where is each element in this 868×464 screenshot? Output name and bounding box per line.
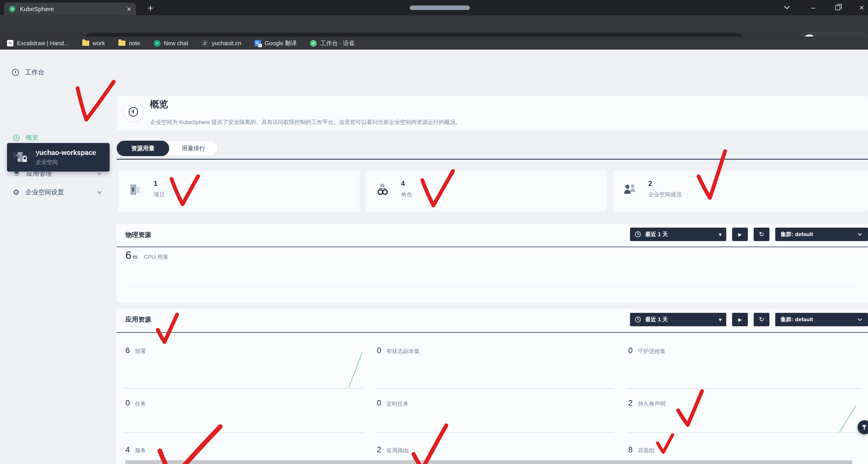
tabs-underline xyxy=(117,159,868,160)
cluster-dropdown[interactable]: 集群: default xyxy=(775,228,868,241)
play-button[interactable]: ▶ xyxy=(732,313,748,326)
cpu-label: CPU 用量 xyxy=(144,253,168,261)
chevron-down-icon xyxy=(96,170,103,177)
projects-icon xyxy=(13,152,20,159)
chevron-down-icon xyxy=(857,231,863,237)
header-divider xyxy=(358,135,868,135)
bookmark-excalidraw[interactable]: ✎ Excalidraw | Hand... xyxy=(7,40,69,47)
yuchaoit-icon xyxy=(202,40,208,47)
bookmark-yuchaoit[interactable]: yuchaoit.cn xyxy=(202,40,241,47)
refresh-icon: ↻ xyxy=(759,316,764,323)
workbench-gauge-icon xyxy=(12,68,19,76)
browser-tabstrip: KubeSphere × + – × xyxy=(0,0,868,15)
browser-tab-kubesphere[interactable]: KubeSphere × xyxy=(4,3,136,15)
google-translate-icon: G 文 xyxy=(255,40,261,47)
time-range-dropdown[interactable]: 最近 1 天 ▾ xyxy=(630,313,726,326)
window-close-button[interactable]: × xyxy=(855,2,868,13)
cpu-unit: m xyxy=(133,254,138,260)
stat-value: 1 xyxy=(154,180,157,187)
metric-baseline xyxy=(124,388,363,389)
stat-card-members: 2 企业空间成员 xyxy=(613,170,868,211)
page-description: 企业空间为 KubeSphere 提供了安全隔离的、具有访问权限控制的工作平台。… xyxy=(150,118,461,126)
play-icon: ▶ xyxy=(738,232,742,237)
app-management-icon xyxy=(13,170,21,177)
stat-value: 4 xyxy=(401,180,405,187)
workspace-name: yuchao-workspace xyxy=(36,149,96,157)
cpu-chart-baseline xyxy=(121,288,861,288)
metric-baseline xyxy=(124,433,363,433)
sidebar-item-overview[interactable]: 概览 xyxy=(13,133,38,142)
members-stat-icon xyxy=(623,183,637,197)
kubesphere-app: 工作台 yuchao-workspace 企业空间 概览 xyxy=(0,50,868,464)
time-range-dropdown[interactable]: 最近 1 天 ▾ xyxy=(630,228,726,241)
refresh-button[interactable]: ↻ xyxy=(754,313,769,326)
refresh-button[interactable]: ↻ xyxy=(754,228,769,241)
chevron-down-icon xyxy=(857,317,863,322)
play-icon: ▶ xyxy=(738,317,742,322)
page-title: 概览 xyxy=(150,98,168,110)
projects-stat-icon xyxy=(128,183,142,197)
stat-label: 项目 xyxy=(154,191,165,198)
screenshot-root: KubeSphere × + – × ← → ↻ ⌂ ⚠ 不安全 | 10.0.… xyxy=(0,0,868,464)
stat-label: 角色 xyxy=(401,191,412,198)
cluster-dropdown[interactable]: 集群: default xyxy=(775,313,868,326)
caret-down-icon: ▾ xyxy=(719,231,721,238)
horizontal-scrollbar[interactable] xyxy=(125,460,852,464)
metric-baseline xyxy=(627,433,862,433)
workspace-type: 企业空间 xyxy=(36,158,96,166)
browser-toolbar: ← → ↻ ⌂ ⚠ 不安全 | 10.0.0.80:30880/workspac… xyxy=(0,15,868,36)
window-restore-button[interactable] xyxy=(831,2,844,13)
bookmark-folder-work[interactable]: work xyxy=(82,40,105,47)
bookmark-new-chat[interactable]: ✳ New chat xyxy=(154,40,188,47)
bookmark-google-translate[interactable]: G 文 Google 翻译 xyxy=(255,39,297,47)
chevron-down-icon xyxy=(96,189,103,196)
sidebar-item-workspace-settings[interactable]: ⚙ 企业空间设置 xyxy=(13,188,64,197)
application-resources-section: 应用资源 最近 1 天 ▾ ▶ ↻ 集群: default 6部署 xyxy=(117,309,868,464)
kubesphere-favicon xyxy=(9,5,16,12)
caret-down-icon: ▾ xyxy=(719,316,721,323)
stat-value: 2 xyxy=(648,180,652,187)
excalidraw-icon: ✎ xyxy=(7,40,13,47)
tab-title: KubeSphere xyxy=(20,5,123,12)
window-minimize-button[interactable]: – xyxy=(807,2,819,13)
usage-tabs: 资源用量 用量排行 xyxy=(117,141,218,156)
play-button[interactable]: ▶ xyxy=(732,228,748,241)
roles-stat-icon xyxy=(375,183,390,197)
section-rule xyxy=(117,246,868,247)
metric-services: 4服务 xyxy=(125,445,146,454)
bookmark-yuque[interactable]: 工作台 · 语雀 xyxy=(310,39,355,47)
gear-icon: ⚙ xyxy=(13,188,20,196)
sidebar-item-app-management[interactable]: 应用管理 xyxy=(13,169,52,178)
metric-statefulsets: 0有状态副本集 xyxy=(377,346,420,355)
metric-baseline xyxy=(375,388,615,389)
bookmarks-bar: ✎ Excalidraw | Hand... work note ✳ New c… xyxy=(0,36,868,50)
bookmark-folder-note[interactable]: note xyxy=(118,40,140,47)
hammer-icon xyxy=(861,424,868,430)
tabstrip-scroll-handle[interactable] xyxy=(410,5,470,10)
metric-cronjobs: 0定时任务 xyxy=(377,399,409,408)
metric-pods: 8容器组 xyxy=(628,445,654,454)
new-tab-button[interactable]: + xyxy=(148,2,153,14)
folder-icon xyxy=(82,40,89,46)
section-title: 物理资源 xyxy=(125,231,151,239)
clock-icon xyxy=(635,316,641,323)
sidebar-item-projects[interactable]: 项目 xyxy=(13,151,38,160)
tab-usage-ranking[interactable]: 用量排行 xyxy=(169,141,218,156)
metric-jobs: 0任务 xyxy=(125,399,146,408)
clock-icon xyxy=(635,231,641,237)
folder-icon xyxy=(118,40,125,46)
refresh-icon: ↻ xyxy=(759,231,764,238)
overview-gauge-icon xyxy=(13,134,20,141)
sidebar-item-workbench[interactable]: 工作台 xyxy=(12,68,44,77)
overview-banner-icon xyxy=(124,102,143,121)
tab-search-chevron-icon[interactable] xyxy=(780,2,793,13)
section-title: 应用资源 xyxy=(125,315,151,324)
tab-close-icon[interactable]: × xyxy=(127,5,131,13)
cpu-value: 6 xyxy=(125,249,131,261)
tab-resource-usage[interactable]: 资源用量 xyxy=(117,141,169,156)
stat-label: 企业空间成员 xyxy=(648,191,682,198)
section-rule xyxy=(117,332,868,333)
cpu-usage-readout: 6 m CPU 用量 xyxy=(125,249,168,261)
yuque-icon xyxy=(310,40,317,47)
chatgpt-icon: ✳ xyxy=(154,40,160,47)
